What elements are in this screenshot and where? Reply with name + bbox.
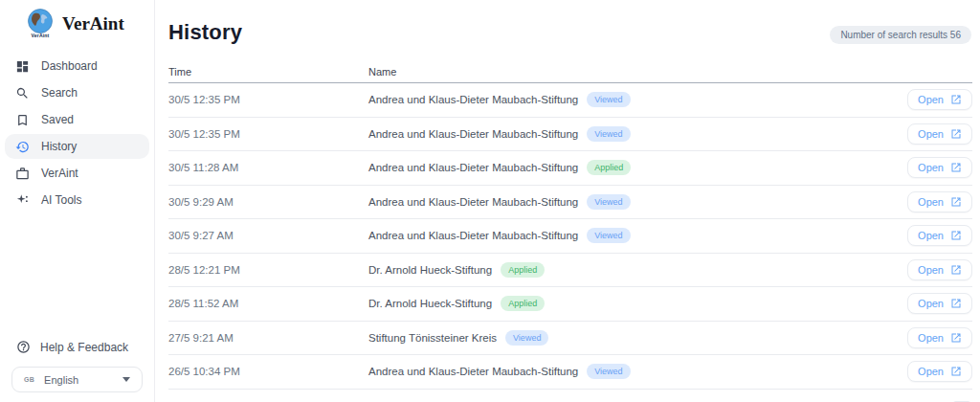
open-button-label: Open	[918, 298, 944, 309]
open-button-label: Open	[918, 230, 944, 241]
open-button-label: Open	[918, 366, 944, 377]
row-name-cell: Dr. Arnold Hueck-Stiftung Applied	[368, 262, 545, 278]
status-badge: Viewed	[587, 228, 630, 243]
open-button[interactable]: Open	[907, 191, 972, 212]
sidebar: VerAint VerAint Dashboard Search Saved H…	[0, 0, 155, 402]
row-time: 30/5 9:27 AM	[168, 230, 368, 241]
table-row-partial	[168, 390, 972, 402]
external-link-icon	[950, 230, 962, 241]
row-name: Andrea und Klaus-Dieter Maubach-Stiftung	[368, 196, 578, 208]
sidebar-item-history[interactable]: History	[5, 134, 149, 159]
main-content: History Number of search results 56 Time…	[155, 0, 980, 402]
open-button[interactable]: Open	[907, 89, 972, 110]
open-button-label: Open	[918, 332, 944, 344]
row-name-cell: Andrea und Klaus-Dieter Maubach-Stiftung…	[368, 126, 631, 142]
table-row: 30/5 12:35 PM Andrea und Klaus-Dieter Ma…	[168, 83, 972, 118]
sidebar-item-saved[interactable]: Saved	[5, 107, 149, 132]
external-link-icon	[950, 196, 962, 208]
row-name-cell: Andrea und Klaus-Dieter Maubach-Stiftung…	[368, 92, 631, 107]
brand-logo-icon: VerAint	[26, 9, 55, 38]
row-name: Andrea und Klaus-Dieter Maubach-Stiftung	[368, 94, 578, 105]
table-row: 28/5 11:52 AM Dr. Arnold Hueck-Stiftung …	[168, 287, 972, 322]
help-icon	[16, 340, 31, 354]
external-link-icon	[950, 298, 962, 309]
history-table: Time Name 30/5 12:35 PM Andrea und Klaus…	[168, 66, 972, 402]
sidebar-item-dashboard[interactable]: Dashboard	[5, 54, 149, 78]
status-badge: Applied	[587, 160, 631, 175]
results-count-badge: Number of search results 56	[830, 26, 971, 44]
row-time: 30/5 11:28 AM	[168, 162, 368, 173]
sidebar-item-label: Search	[41, 86, 78, 100]
help-feedback-label: Help & Feedback	[40, 341, 128, 354]
status-badge: Viewed	[587, 194, 630, 210]
sidebar-item-label: AI Tools	[41, 193, 81, 207]
bookmark-icon	[15, 113, 30, 127]
sidebar-footer: Help & Feedback GB English	[0, 340, 154, 402]
row-name-cell: Stiftung Tönissteiner Kreis Viewed	[368, 330, 548, 346]
table-row: 30/5 12:35 PM Andrea und Klaus-Dieter Ma…	[168, 118, 972, 152]
brand-logo-caption: VerAint	[32, 33, 50, 38]
row-name: Dr. Arnold Hueck-Stiftung	[368, 264, 492, 276]
row-name-cell: Dr. Arnold Hueck-Stiftung Applied	[368, 296, 545, 311]
status-badge: Viewed	[587, 364, 630, 379]
table-row: 26/5 10:34 PM Andrea und Klaus-Dieter Ma…	[168, 355, 972, 390]
table-body: 30/5 12:35 PM Andrea und Klaus-Dieter Ma…	[168, 83, 972, 390]
sidebar-item-label: Saved	[41, 113, 74, 126]
table-row: 28/5 12:21 PM Dr. Arnold Hueck-Stiftung …	[168, 254, 972, 288]
row-name-cell: Andrea und Klaus-Dieter Maubach-Stiftung…	[368, 194, 631, 210]
column-header-time: Time	[168, 66, 191, 78]
sidebar-item-label: History	[41, 140, 77, 153]
dashboard-icon	[15, 59, 30, 74]
row-name-cell: Andrea und Klaus-Dieter Maubach-Stiftung…	[368, 364, 631, 379]
open-button-label: Open	[918, 94, 944, 105]
table-row: 30/5 9:27 AM Andrea und Klaus-Dieter Mau…	[168, 219, 972, 254]
row-name: Andrea und Klaus-Dieter Maubach-Stiftung	[368, 230, 578, 241]
history-icon	[15, 140, 30, 154]
column-header-name: Name	[368, 66, 396, 78]
sidebar-item-label: VerAint	[41, 167, 78, 180]
sidebar-item-label: Dashboard	[41, 59, 98, 73]
row-time: 28/5 12:21 PM	[168, 264, 368, 276]
external-link-icon	[950, 94, 962, 105]
open-button[interactable]: Open	[907, 361, 972, 382]
open-button[interactable]: Open	[907, 327, 972, 348]
table-row: 27/5 9:21 AM Stiftung Tönissteiner Kreis…	[168, 322, 972, 356]
sparkle-icon	[15, 193, 30, 208]
table-row: 30/5 11:28 AM Andrea und Klaus-Dieter Ma…	[168, 151, 972, 186]
status-badge: Applied	[501, 296, 545, 311]
search-icon	[15, 86, 30, 100]
open-button-label: Open	[918, 128, 944, 140]
row-name: Andrea und Klaus-Dieter Maubach-Stiftung	[368, 162, 578, 173]
external-link-icon	[950, 162, 962, 173]
open-button[interactable]: Open	[907, 293, 972, 314]
row-name: Stiftung Tönissteiner Kreis	[368, 332, 497, 344]
brand-logo: VerAint VerAint	[0, 0, 154, 38]
status-badge: Viewed	[505, 330, 548, 346]
sidebar-item-veraint[interactable]: VerAint	[5, 161, 149, 186]
sidebar-nav: Dashboard Search Saved History VerAint A…	[0, 54, 154, 212]
table-row: 30/5 9:29 AM Andrea und Klaus-Dieter Mau…	[168, 186, 972, 220]
row-time: 30/5 12:35 PM	[168, 94, 368, 105]
language-selector[interactable]: GB English	[11, 367, 143, 392]
row-name-cell: Andrea und Klaus-Dieter Maubach-Stiftung…	[368, 228, 631, 243]
help-feedback-button[interactable]: Help & Feedback	[11, 340, 143, 354]
brand-name: VerAint	[62, 13, 124, 34]
status-badge: Applied	[501, 262, 545, 278]
chevron-down-icon	[122, 377, 130, 382]
row-name: Andrea und Klaus-Dieter Maubach-Stiftung	[368, 366, 578, 377]
external-link-icon	[950, 332, 962, 344]
open-button[interactable]: Open	[907, 157, 972, 178]
open-button[interactable]: Open	[907, 225, 972, 246]
open-button-label: Open	[918, 162, 944, 173]
language-flag-icon: GB	[24, 376, 34, 383]
open-button[interactable]: Open	[907, 123, 972, 145]
external-link-icon	[950, 264, 962, 276]
open-button[interactable]: Open	[907, 259, 972, 280]
open-button-label: Open	[918, 196, 944, 208]
sidebar-item-search[interactable]: Search	[5, 80, 149, 105]
row-time: 26/5 10:34 PM	[168, 366, 368, 377]
open-button-label: Open	[918, 264, 944, 276]
language-label: English	[44, 374, 78, 386]
sidebar-item-ai-tools[interactable]: AI Tools	[5, 188, 149, 212]
row-time: 30/5 12:35 PM	[168, 128, 368, 140]
